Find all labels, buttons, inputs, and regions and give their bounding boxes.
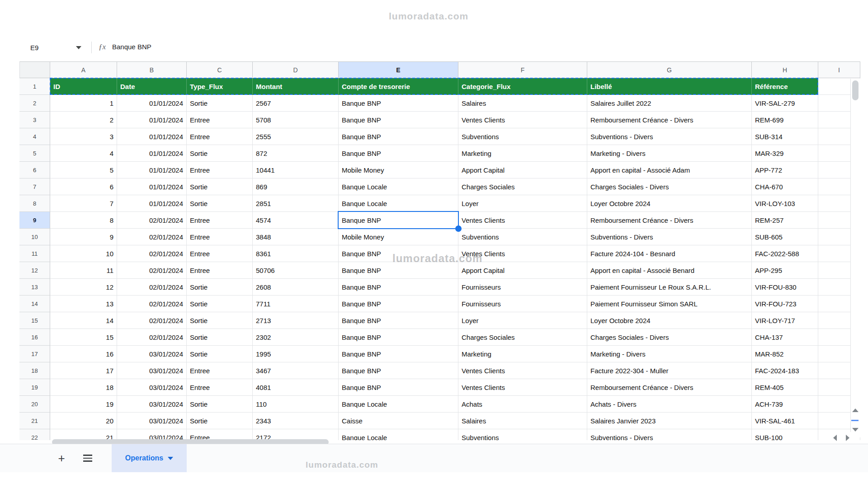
cell-E13[interactable]: Banque BNP — [339, 279, 458, 296]
cell-G3[interactable]: Remboursement Créance - Divers — [587, 112, 752, 128]
fill-handle[interactable] — [455, 225, 462, 232]
cell-H4[interactable]: SUB-314 — [752, 128, 818, 145]
cell-G6[interactable]: Apport en capital - Associé Adam — [587, 162, 752, 178]
cell-H21[interactable]: VIR-SAL-461 — [752, 413, 818, 429]
cell-A10[interactable]: 9 — [50, 229, 117, 245]
row-header-8[interactable]: 8 — [19, 195, 50, 212]
row-header-1[interactable]: 1 — [19, 78, 50, 95]
cell-A4[interactable]: 3 — [50, 128, 117, 145]
cell-E9[interactable]: Banque BNP — [339, 212, 458, 229]
cell-A14[interactable]: 13 — [50, 296, 117, 312]
cell-A3[interactable]: 2 — [50, 112, 117, 128]
cell-E7[interactable]: Banque Locale — [339, 178, 458, 195]
column-header-E[interactable]: E — [339, 61, 458, 78]
cell-E10[interactable]: Mobile Money — [339, 229, 458, 245]
cell-F21[interactable]: Salaires — [458, 413, 587, 429]
all-sheets-button[interactable] — [80, 444, 96, 472]
cell-C6[interactable]: Entree — [187, 162, 253, 178]
cell-D9[interactable]: 4574 — [253, 212, 339, 229]
cell-E5[interactable]: Banque BNP — [339, 145, 458, 162]
cell-E2[interactable]: Banque BNP — [339, 95, 458, 112]
cell-H2[interactable]: VIR-SAL-279 — [752, 95, 818, 112]
cell-F1[interactable]: Categorie_Flux — [458, 78, 587, 95]
row-header-6[interactable]: 6 — [19, 162, 50, 178]
cell-D2[interactable]: 2567 — [253, 95, 339, 112]
cell-G12[interactable]: Apport en capital - Associé Benard — [587, 262, 752, 279]
cell-B18[interactable]: 03/01/2024 — [117, 362, 187, 379]
cell-H6[interactable]: APP-772 — [752, 162, 818, 178]
scroll-up-button[interactable] — [851, 402, 860, 418]
cell-C3[interactable]: Entree — [187, 112, 253, 128]
row-header-7[interactable]: 7 — [19, 178, 50, 195]
row-header-19[interactable]: 19 — [19, 379, 50, 396]
column-header-B[interactable]: B — [117, 61, 187, 78]
cell-E1[interactable]: Compte de tresorerie — [339, 78, 458, 95]
row-header-3[interactable]: 3 — [19, 112, 50, 128]
cell-G2[interactable]: Salaires Juillet 2022 — [587, 95, 752, 112]
cell-H18[interactable]: FAC-2024-183 — [752, 362, 818, 379]
formula-input[interactable]: Banque BNP — [112, 43, 151, 51]
cell-F4[interactable]: Subventions — [458, 128, 587, 145]
cell-A17[interactable]: 16 — [50, 346, 117, 362]
row-header-4[interactable]: 4 — [19, 128, 50, 145]
cell-G16[interactable]: Charges Sociales - Divers — [587, 329, 752, 346]
row-header-15[interactable]: 15 — [19, 312, 50, 329]
cell-D4[interactable]: 2555 — [253, 128, 339, 145]
cell-G7[interactable]: Charges Sociales - Divers — [587, 178, 752, 195]
cell-D13[interactable]: 2608 — [253, 279, 339, 296]
cell-A21[interactable]: 20 — [50, 413, 117, 429]
cell-C17[interactable]: Sortie — [187, 346, 253, 362]
cell-D6[interactable]: 10441 — [253, 162, 339, 178]
cell-F18[interactable]: Ventes Clients — [458, 362, 587, 379]
cell-B10[interactable]: 02/01/2024 — [117, 229, 187, 245]
cell-B2[interactable]: 01/01/2024 — [117, 95, 187, 112]
cell-F13[interactable]: Fournisseurs — [458, 279, 587, 296]
row-header-14[interactable]: 14 — [19, 296, 50, 312]
cell-B6[interactable]: 01/01/2024 — [117, 162, 187, 178]
cell-C18[interactable]: Entree — [187, 362, 253, 379]
cell-B15[interactable]: 02/01/2024 — [117, 312, 187, 329]
cell-D22[interactable]: 2172 — [253, 429, 339, 440]
row-header-10[interactable]: 10 — [19, 229, 50, 245]
cell-B8[interactable]: 01/01/2024 — [117, 195, 187, 212]
cell-D19[interactable]: 4081 — [253, 379, 339, 396]
column-header-D[interactable]: D — [253, 61, 339, 78]
cell-G10[interactable]: Subventions - Divers — [587, 229, 752, 245]
cell-G20[interactable]: Achats - Divers — [587, 396, 752, 413]
cell-A2[interactable]: 1 — [50, 95, 117, 112]
cell-C1[interactable]: Type_Flux — [187, 78, 253, 95]
cell-F7[interactable]: Charges Sociales — [458, 178, 587, 195]
cell-H15[interactable]: VIR-LOY-717 — [752, 312, 818, 329]
cell-C5[interactable]: Sortie — [187, 145, 253, 162]
row-header-17[interactable]: 17 — [19, 346, 50, 362]
cell-A16[interactable]: 15 — [50, 329, 117, 346]
cell-E4[interactable]: Banque BNP — [339, 128, 458, 145]
cell-D8[interactable]: 2851 — [253, 195, 339, 212]
cell-C14[interactable]: Sortie — [187, 296, 253, 312]
cell-E17[interactable]: Banque BNP — [339, 346, 458, 362]
cell-H17[interactable]: MAR-852 — [752, 346, 818, 362]
cell-F14[interactable]: Fournisseurs — [458, 296, 587, 312]
column-header-C[interactable]: C — [187, 61, 253, 78]
cell-B22[interactable]: 03/01/2024 — [117, 429, 187, 440]
add-sheet-button[interactable]: + — [53, 444, 70, 472]
cell-B5[interactable]: 01/01/2024 — [117, 145, 187, 162]
cell-E6[interactable]: Mobile Money — [339, 162, 458, 178]
cell-A20[interactable]: 19 — [50, 396, 117, 413]
chevron-down-icon[interactable] — [168, 457, 173, 460]
cell-C7[interactable]: Sortie — [187, 178, 253, 195]
cell-C20[interactable]: Sortie — [187, 396, 253, 413]
cell-A6[interactable]: 5 — [50, 162, 117, 178]
cell-C22[interactable]: Entree — [187, 429, 253, 440]
cell-D3[interactable]: 5708 — [253, 112, 339, 128]
cell-D20[interactable]: 110 — [253, 396, 339, 413]
cell-A7[interactable]: 6 — [50, 178, 117, 195]
cell-B1[interactable]: Date — [117, 78, 187, 95]
cell-B21[interactable]: 03/01/2024 — [117, 413, 187, 429]
cell-H22[interactable]: SUB-100 — [752, 429, 818, 440]
cell-C13[interactable]: Sortie — [187, 279, 253, 296]
vertical-scrollbar-thumb[interactable] — [852, 80, 859, 100]
cell-D18[interactable]: 3467 — [253, 362, 339, 379]
cell-H14[interactable]: VIR-FOU-723 — [752, 296, 818, 312]
cell-C4[interactable]: Entree — [187, 128, 253, 145]
